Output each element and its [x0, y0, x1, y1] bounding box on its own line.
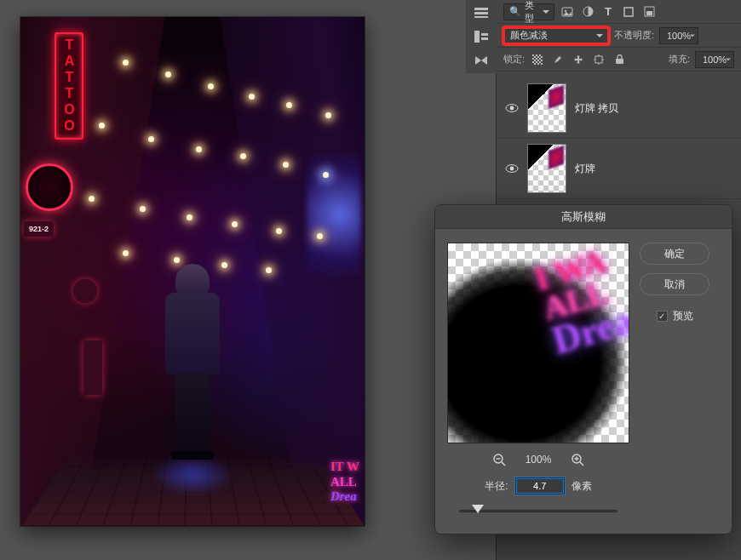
align-icon[interactable]: [469, 27, 493, 46]
zoom-value: 100%: [526, 454, 552, 466]
svg-rect-16: [616, 59, 623, 64]
layer-row[interactable]: 灯牌: [497, 139, 741, 199]
svg-point-20: [510, 167, 514, 171]
person-silhouette: [158, 264, 227, 460]
lock-label: 锁定:: [503, 53, 525, 66]
preview-checkbox-label[interactable]: 预览: [673, 309, 693, 323]
fill-label: 填充:: [669, 53, 690, 66]
svg-point-18: [510, 106, 514, 111]
ok-button[interactable]: 确定: [640, 243, 709, 265]
slider-thumb[interactable]: [472, 505, 484, 519]
layer-filter-row: 🔍类型 T: [497, 0, 741, 24]
filter-type-icon[interactable]: T: [600, 4, 616, 20]
layer-kind-dropdown[interactable]: 🔍类型: [503, 3, 554, 20]
panel-tab-icon[interactable]: [469, 3, 493, 22]
svg-rect-5: [481, 37, 488, 40]
lock-row: 锁定: 填充: 100%: [497, 48, 741, 71]
filter-shape-icon[interactable]: [621, 4, 636, 20]
radius-unit: 像素: [572, 479, 592, 494]
svg-point-7: [565, 9, 566, 11]
fill-input[interactable]: 100%: [695, 51, 734, 68]
radius-input[interactable]: 4.7: [515, 477, 565, 494]
svg-rect-2: [474, 16, 488, 18]
neon-sign-tattoo: TATTOO: [55, 32, 83, 140]
preview-checkbox[interactable]: ✓: [657, 311, 668, 322]
zoom-in-icon[interactable]: [570, 452, 585, 467]
neon-sign-vert: [83, 340, 102, 395]
zoom-out-icon[interactable]: [491, 452, 507, 467]
svg-rect-1: [474, 12, 488, 14]
visibility-icon[interactable]: [505, 162, 519, 175]
filter-smart-icon[interactable]: [641, 4, 657, 20]
radius-label: 半径:: [485, 479, 508, 494]
document-canvas[interactable]: TATTOO 921-2 IT W ALL Drea: [20, 17, 365, 526]
blend-mode-dropdown[interactable]: 颜色减淡: [503, 27, 609, 44]
svg-line-25: [580, 462, 583, 466]
panel-side-icons: [466, 0, 497, 73]
svg-rect-0: [474, 8, 488, 10]
radius-slider[interactable]: [459, 503, 618, 518]
lock-artboard-icon[interactable]: [591, 52, 606, 67]
scene: TATTOO 921-2 IT W ALL Drea: [20, 17, 365, 526]
neon-sign-round: [73, 279, 97, 303]
layer-name[interactable]: 灯牌 拷贝: [575, 101, 618, 116]
svg-rect-3: [474, 31, 480, 43]
layer-thumbnail[interactable]: [527, 83, 566, 133]
svg-rect-11: [646, 11, 652, 15]
dialog-title[interactable]: 高斯模糊: [435, 205, 732, 229]
lock-pixels-icon[interactable]: [530, 52, 545, 67]
blur-preview[interactable]: I WA ALL Drea: [447, 243, 629, 443]
blend-mode-row: 颜色减淡 不透明度: 100%: [497, 24, 741, 48]
filter-adjust-icon[interactable]: [580, 4, 595, 20]
neon-sign-oval: [26, 163, 73, 211]
layer-list: 灯牌 拷贝 灯牌: [497, 71, 741, 199]
opacity-label: 不透明度:: [614, 29, 654, 42]
lock-all-icon[interactable]: [612, 52, 627, 67]
lock-brush-icon[interactable]: [550, 52, 566, 67]
layer-thumbnail[interactable]: [527, 144, 566, 193]
visibility-icon[interactable]: [505, 101, 519, 115]
layer-name[interactable]: 灯牌: [575, 162, 595, 176]
svg-rect-4: [481, 33, 488, 36]
neon-sign-small-a: 921-2: [24, 221, 54, 237]
svg-rect-12: [532, 54, 543, 65]
filter-image-icon[interactable]: [560, 4, 575, 20]
neon-sign-dream: IT W ALL Drea: [330, 460, 359, 504]
svg-line-22: [502, 462, 505, 466]
svg-rect-15: [595, 56, 602, 63]
opacity-input[interactable]: 100%: [659, 27, 698, 44]
gaussian-blur-dialog[interactable]: 高斯模糊 I WA ALL Drea 100%: [434, 204, 732, 534]
butterfly-icon[interactable]: [469, 51, 493, 70]
layer-row[interactable]: 灯牌 拷贝: [497, 78, 741, 139]
lock-move-icon[interactable]: [571, 52, 586, 67]
cancel-button[interactable]: 取消: [640, 273, 709, 295]
svg-rect-9: [624, 8, 633, 16]
